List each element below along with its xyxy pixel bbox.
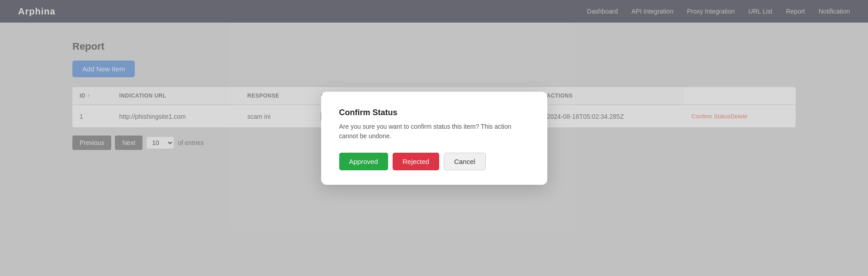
modal-box: Confirm Status Are you sure you want to … [321, 92, 547, 185]
approved-button[interactable]: Approved [339, 153, 388, 170]
rejected-button[interactable]: Rejected [393, 153, 439, 170]
modal-overlay: Confirm Status Are you sure you want to … [0, 0, 868, 276]
cancel-button[interactable]: Cancel [444, 153, 486, 170]
modal-title: Confirm Status [339, 108, 529, 117]
modal-actions: Approved Rejected Cancel [339, 153, 529, 170]
modal-description: Are you sure you want to confirm status … [339, 122, 529, 141]
